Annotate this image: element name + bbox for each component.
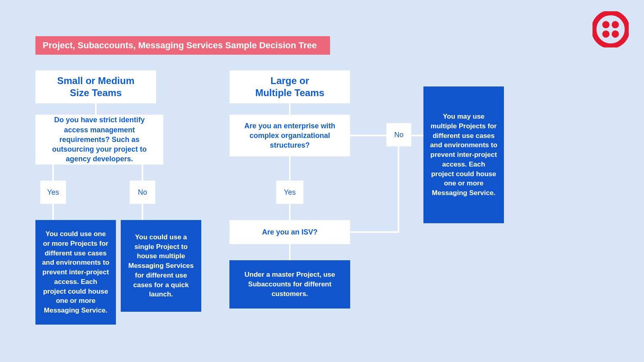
large-q2-text: Are you an ISV? [262, 227, 318, 237]
connector [289, 244, 291, 260]
svg-point-1 [602, 21, 609, 28]
small-yes-result: You could use one or more Projects for d… [35, 220, 116, 325]
svg-point-2 [612, 21, 619, 28]
connector [289, 204, 291, 220]
small-no-text: No [138, 188, 147, 197]
diagram-title-text: Project, Subaccounts, Messaging Services… [43, 40, 317, 51]
connector [411, 135, 423, 136]
diagram-title: Project, Subaccounts, Messaging Services… [35, 36, 330, 55]
large-q1: Are you an enterprise with complex organ… [229, 115, 350, 156]
large-heading-text: Large or Multiple Teams [255, 75, 324, 99]
large-no-text: No [394, 131, 403, 139]
large-q2: Are you an ISV? [229, 220, 350, 244]
decision-tree-canvas: Project, Subaccounts, Messaging Services… [0, 0, 644, 362]
connector [52, 165, 54, 181]
large-isv-result-text: Under a master Project, use Subaccounts … [236, 270, 344, 298]
small-no: No [130, 181, 155, 204]
small-heading-text: Small or Medium Size Teams [57, 75, 134, 99]
connector [52, 204, 54, 220]
large-yes-text: Yes [284, 188, 295, 197]
small-yes-result-text: You could use one or more Projects for d… [42, 229, 109, 315]
small-yes: Yes [40, 181, 66, 204]
svg-point-0 [594, 13, 627, 46]
svg-point-3 [602, 31, 609, 38]
small-q1-text: Do you have strict identify access manag… [42, 115, 157, 164]
large-no: No [386, 123, 411, 146]
large-isv-result: Under a master Project, use Subaccounts … [229, 260, 350, 309]
connector [350, 231, 398, 233]
connector [289, 156, 291, 181]
connector [95, 103, 97, 115]
large-no-result-text: You may use multiple Projects for differ… [430, 112, 497, 198]
large-q1-text: Are you an enterprise with complex organ… [236, 121, 344, 150]
svg-point-4 [612, 31, 619, 38]
connector [289, 103, 291, 115]
connector [142, 204, 143, 220]
small-q1: Do you have strict identify access manag… [35, 115, 163, 165]
small-heading: Small or Medium Size Teams [35, 70, 156, 103]
small-no-result-text: You could use a single Project to house … [127, 232, 195, 300]
connector [350, 135, 386, 136]
large-yes: Yes [276, 181, 303, 204]
small-yes-text: Yes [47, 188, 59, 197]
twilio-logo-icon [592, 11, 629, 47]
small-no-result: You could use a single Project to house … [121, 220, 201, 312]
connector [142, 165, 143, 181]
connector [398, 146, 399, 233]
large-no-result: You may use multiple Projects for differ… [423, 86, 504, 223]
large-heading: Large or Multiple Teams [229, 70, 350, 103]
